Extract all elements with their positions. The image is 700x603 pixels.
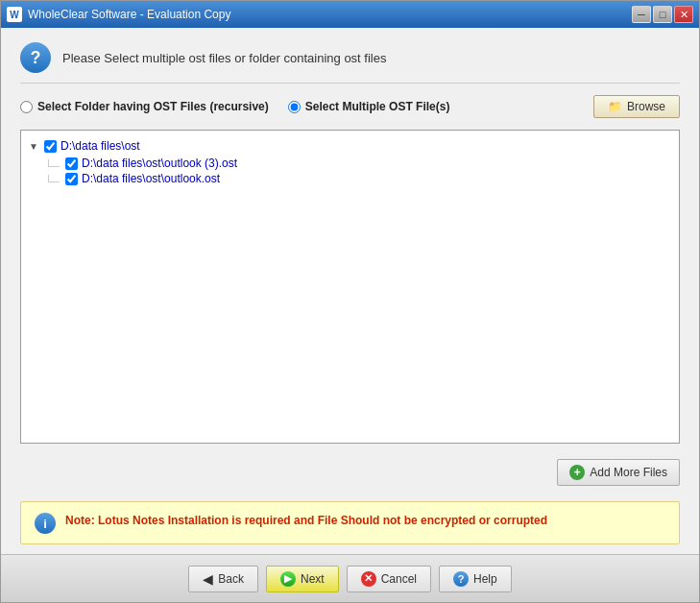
child1-checkbox[interactable] [65, 157, 78, 170]
title-controls: ─ □ ✕ [632, 6, 693, 23]
root-path[interactable]: D:\data files\ost [60, 139, 140, 153]
tree-root-item: ▼ D:\data files\ost [29, 138, 671, 154]
files-option-label: Select Multiple OST File(s) [305, 100, 450, 113]
back-icon: ◀ [203, 571, 213, 587]
tree-connector-2 [48, 175, 60, 182]
header-text: Please Select multiple ost files or fold… [62, 51, 386, 65]
question-icon: ? [20, 42, 51, 73]
child2-path[interactable]: D:\data files\ost\outlook.ost [82, 172, 220, 185]
app-icon: W [7, 7, 22, 22]
back-button[interactable]: ◀ Back [188, 566, 258, 592]
tree-children: D:\data files\ost\outlook (3).ost D:\dat… [48, 156, 671, 186]
child2-checkbox[interactable] [65, 173, 78, 185]
browse-label: Browse [627, 100, 665, 113]
cancel-button[interactable]: ✕ Cancel [347, 566, 431, 592]
add-icon: + [569, 465, 585, 480]
title-bar-left: W WholeClear Software - Evaluation Copy [7, 7, 230, 22]
folder-browse-icon: 📁 [608, 100, 622, 113]
cancel-icon: ✕ [361, 571, 376, 587]
radio-section: Select Folder having OST Files (recursiv… [20, 95, 680, 118]
title-bar: W WholeClear Software - Evaluation Copy … [1, 1, 699, 28]
close-button[interactable]: ✕ [674, 6, 693, 23]
help-label: Help [473, 572, 497, 586]
window-title: WholeClear Software - Evaluation Copy [28, 8, 230, 21]
info-icon: i [35, 513, 56, 534]
add-more-files-button[interactable]: + Add More Files [557, 459, 680, 486]
note-section: i Note: Lotus Notes Installation is requ… [20, 501, 680, 544]
next-label: Next [301, 572, 325, 586]
minimize-button[interactable]: ─ [632, 6, 651, 23]
header-section: ? Please Select multiple ost files or fo… [20, 42, 680, 84]
tree-child-item: D:\data files\ost\outlook (3).ost [48, 156, 671, 171]
help-icon: ? [453, 571, 469, 587]
next-icon: ▶ [280, 571, 296, 587]
folder-radio[interactable] [20, 101, 33, 113]
tree-child-item-2: D:\data files\ost\outlook.ost [48, 171, 671, 186]
next-button[interactable]: ▶ Next [266, 566, 339, 592]
files-option[interactable]: Select Multiple OST File(s) [288, 100, 450, 113]
root-checkbox[interactable] [44, 140, 57, 153]
maximize-button[interactable]: □ [653, 6, 672, 23]
folder-option-label: Select Folder having OST Files (recursiv… [37, 100, 269, 113]
expand-icon[interactable]: ▼ [29, 141, 40, 152]
main-window: W WholeClear Software - Evaluation Copy … [0, 0, 700, 603]
cancel-label: Cancel [381, 572, 417, 586]
content-area: ? Please Select multiple ost files or fo… [1, 28, 699, 554]
help-button[interactable]: ? Help [439, 566, 512, 592]
add-more-files-label: Add More Files [590, 466, 667, 479]
child1-path[interactable]: D:\data files\ost\outlook (3).ost [82, 157, 237, 170]
note-text: Note: Lotus Notes Installation is requir… [65, 512, 547, 529]
add-files-section: + Add More Files [20, 455, 680, 490]
back-label: Back [218, 572, 244, 586]
bottom-bar: ◀ Back ▶ Next ✕ Cancel ? Help [1, 554, 699, 602]
file-tree-container[interactable]: ▼ D:\data files\ost D:\data files\ost\ou… [20, 130, 680, 444]
tree-connector-1 [48, 159, 60, 167]
folder-option[interactable]: Select Folder having OST Files (recursiv… [20, 100, 269, 113]
files-radio[interactable] [288, 101, 301, 113]
browse-button[interactable]: 📁 Browse [593, 95, 680, 118]
